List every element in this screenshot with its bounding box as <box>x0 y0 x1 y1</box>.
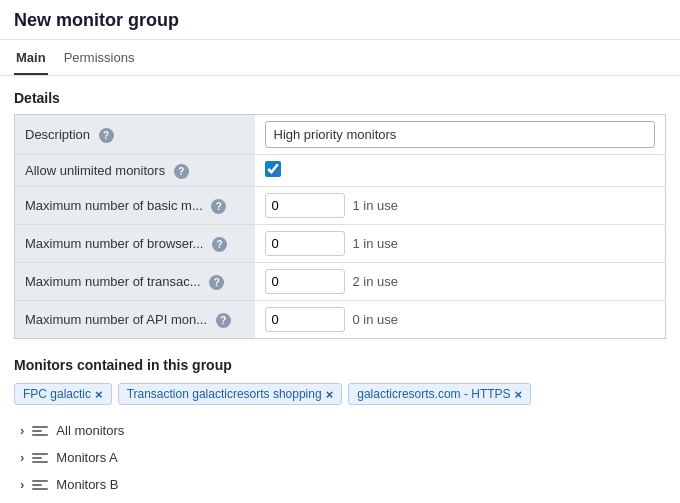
row-max-api: Maximum number of API mon... ? 0 in use <box>15 301 666 339</box>
max-transac-input[interactable] <box>265 269 345 294</box>
label-max-api: Maximum number of API mon... ? <box>15 301 255 339</box>
tag-fpc-galactic: FPC galactic × <box>14 383 112 405</box>
label-max-browser: Maximum number of browser... ? <box>15 225 255 263</box>
help-icon-browser[interactable]: ? <box>212 237 227 252</box>
chevron-right-icon-a: › <box>20 450 24 465</box>
description-input[interactable] <box>265 121 656 148</box>
list-item-all-monitors[interactable]: › All monitors <box>14 419 666 442</box>
tab-permissions[interactable]: Permissions <box>62 40 137 75</box>
help-icon-description[interactable]: ? <box>99 128 114 143</box>
basic-usage: 1 in use <box>353 198 399 213</box>
browser-usage: 1 in use <box>353 236 399 251</box>
max-basic-input[interactable] <box>265 193 345 218</box>
label-max-basic: Maximum number of basic m... ? <box>15 187 255 225</box>
remove-tag-transaction[interactable]: × <box>326 388 334 401</box>
list-label-monitors-b: Monitors B <box>56 477 118 492</box>
value-allow-unlimited <box>255 155 666 187</box>
chevron-right-icon-all: › <box>20 423 24 438</box>
tab-main[interactable]: Main <box>14 40 48 75</box>
label-description: Description ? <box>15 115 255 155</box>
page-title: New monitor group <box>14 10 179 30</box>
remove-tag-https[interactable]: × <box>515 388 523 401</box>
list-label-monitors-a: Monitors A <box>56 450 117 465</box>
row-allow-unlimited: Allow unlimited monitors ? <box>15 155 666 187</box>
chevron-right-icon-b: › <box>20 477 24 492</box>
list-item-monitors-a[interactable]: › Monitors A <box>14 446 666 469</box>
help-icon-basic[interactable]: ? <box>211 199 226 214</box>
tabs-bar: Main Permissions <box>0 40 680 76</box>
row-max-browser: Maximum number of browser... ? 1 in use <box>15 225 666 263</box>
api-usage: 0 in use <box>353 312 399 327</box>
details-section-title: Details <box>14 90 666 106</box>
value-description <box>255 115 666 155</box>
label-max-transac: Maximum number of transac... ? <box>15 263 255 301</box>
help-icon-api[interactable]: ? <box>216 313 231 328</box>
details-table: Description ? Allow unlimited monitors ?… <box>14 114 666 339</box>
max-browser-input[interactable] <box>265 231 345 256</box>
help-icon-transac[interactable]: ? <box>209 275 224 290</box>
row-max-transac: Maximum number of transac... ? 2 in use <box>15 263 666 301</box>
monitors-group-title: Monitors contained in this group <box>14 357 666 373</box>
row-description: Description ? <box>15 115 666 155</box>
list-item-monitors-b[interactable]: › Monitors B <box>14 473 666 496</box>
row-max-basic: Maximum number of basic m... ? 1 in use <box>15 187 666 225</box>
value-max-browser: 1 in use <box>255 225 666 263</box>
label-allow-unlimited: Allow unlimited monitors ? <box>15 155 255 187</box>
monitor-tags-container: FPC galactic × Transaction galacticresor… <box>14 383 666 405</box>
monitors-group-section: Monitors contained in this group FPC gal… <box>14 357 666 496</box>
list-icon-all <box>32 426 48 436</box>
value-max-transac: 2 in use <box>255 263 666 301</box>
list-icon-a <box>32 453 48 463</box>
max-api-input[interactable] <box>265 307 345 332</box>
monitor-list: › All monitors › Monitors A › <box>14 419 666 496</box>
page-header: New monitor group <box>0 0 680 40</box>
list-label-all-monitors: All monitors <box>56 423 124 438</box>
transac-usage: 2 in use <box>353 274 399 289</box>
allow-unlimited-checkbox[interactable] <box>265 161 281 177</box>
content-area: Details Description ? Allow unlimited mo… <box>0 76 680 503</box>
value-max-api: 0 in use <box>255 301 666 339</box>
list-icon-b <box>32 480 48 490</box>
remove-tag-fpc[interactable]: × <box>95 388 103 401</box>
value-max-basic: 1 in use <box>255 187 666 225</box>
tag-transaction-galactic: Transaction galacticresorts shopping × <box>118 383 343 405</box>
help-icon-unlimited[interactable]: ? <box>174 164 189 179</box>
tag-galactic-https: galacticresorts.com - HTTPS × <box>348 383 531 405</box>
